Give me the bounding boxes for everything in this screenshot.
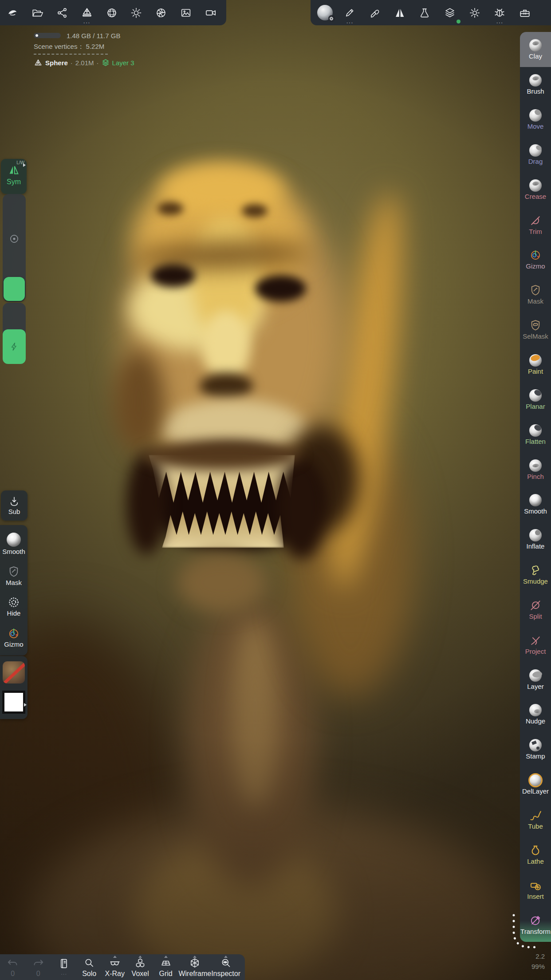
debug-button[interactable]: ··· — [487, 0, 512, 25]
gizmo-tool-icon — [529, 249, 542, 261]
tool-transform[interactable]: Transform — [520, 907, 551, 942]
subdivide-button[interactable]: Sub — [1, 490, 28, 521]
tool-tube[interactable]: Tube — [520, 802, 551, 837]
settings-button[interactable] — [462, 0, 487, 25]
solo-button[interactable]: Solo — [76, 954, 102, 980]
tool-stamp[interactable]: Stamp — [520, 732, 551, 767]
flatten-tool-icon — [529, 424, 542, 437]
app-logo-button[interactable] — [0, 0, 25, 25]
inspector-button[interactable]: Inspector — [211, 954, 240, 980]
hide-dots-icon — [8, 596, 20, 609]
symmetry-toggle[interactable]: L/W Sym — [1, 159, 27, 194]
files-button[interactable] — [25, 0, 50, 25]
smudge-tool-icon — [529, 564, 542, 577]
layers-button[interactable] — [437, 0, 462, 25]
memory-gauge-dot — [35, 34, 38, 37]
intensity-slider[interactable] — [3, 303, 26, 364]
painting-button[interactable] — [362, 0, 387, 25]
voxel-button[interactable]: Voxel — [127, 954, 153, 980]
topology-button[interactable] — [412, 0, 437, 25]
toolbox-button[interactable] — [512, 0, 537, 25]
image-icon — [180, 7, 192, 19]
tool-smudge[interactable]: Smudge — [520, 557, 551, 592]
aperture-icon — [155, 7, 167, 19]
tool-lathe[interactable]: Lathe — [520, 837, 551, 872]
active-layer-name: Layer 3 — [112, 59, 134, 67]
tool-planar[interactable]: Planar — [520, 382, 551, 417]
matcap-button[interactable] — [99, 0, 124, 25]
symmetry-expand-arrow — [23, 163, 26, 167]
clay-tool-icon — [529, 39, 542, 51]
intensity-slider-fill[interactable] — [3, 329, 26, 364]
camera-button[interactable] — [198, 0, 223, 25]
symmetry-button[interactable] — [387, 0, 412, 25]
xray-button[interactable]: X-Ray — [102, 954, 127, 980]
material-button[interactable] — [312, 0, 337, 25]
tool-project[interactable]: Project — [520, 627, 551, 662]
tool-split[interactable]: Split — [520, 592, 551, 627]
pencil-icon — [344, 7, 355, 19]
stroke-button[interactable]: ··· — [337, 0, 362, 25]
tool-inflate[interactable]: Inflate — [520, 522, 551, 557]
undo-button[interactable]: 0 — [0, 954, 25, 980]
xray-glasses-icon — [109, 957, 121, 969]
quick-mask-button[interactable]: Mask — [6, 565, 22, 587]
tool-gizmo[interactable]: Gizmo — [520, 242, 551, 277]
planar-tool-icon — [529, 389, 542, 402]
tool-selmask[interactable]: SelMask — [520, 312, 551, 347]
share-button[interactable] — [50, 0, 75, 25]
gear-icon — [469, 7, 480, 19]
tool-insert[interactable]: Insert — [520, 872, 551, 907]
radius-slider[interactable] — [3, 194, 26, 302]
paint-tool-icon — [529, 354, 542, 367]
symmetry-icon — [7, 163, 20, 177]
quick-gizmo-button[interactable]: Gizmo — [4, 627, 23, 648]
grid-button[interactable]: Grid — [153, 954, 178, 980]
tool-crease[interactable]: Crease — [520, 172, 551, 207]
swatch-expand-arrow — [24, 703, 27, 707]
quick-hide-button[interactable]: Hide — [7, 596, 21, 617]
tool-pinch[interactable]: Pinch — [520, 452, 551, 487]
postprocess-button[interactable] — [149, 0, 173, 25]
symmetry-label: Sym — [7, 178, 21, 186]
left-quick-tools: Smooth Mask Hide Gizmo — [0, 525, 28, 656]
color-swatch[interactable] — [2, 691, 25, 714]
background-image-button[interactable] — [173, 0, 198, 25]
nudge-tool-icon — [529, 704, 542, 716]
solo-magnifier-icon — [83, 957, 95, 969]
app-logo-icon — [7, 7, 18, 19]
lighting-button[interactable] — [124, 0, 149, 25]
tool-flatten[interactable]: Flatten — [520, 417, 551, 452]
tool-move[interactable]: Move — [520, 102, 551, 137]
tool-dellayer[interactable]: DelLayer — [520, 767, 551, 802]
gizmo-axes-icon — [8, 627, 20, 640]
sculpt-viewport[interactable] — [0, 0, 551, 980]
voxel-caret — [138, 956, 142, 958]
transform-tool-icon — [529, 914, 542, 927]
wireframe-caret — [193, 956, 197, 958]
toolbox-icon — [519, 7, 531, 19]
material-thumbnail[interactable] — [3, 661, 25, 684]
tool-clay[interactable]: Clay — [520, 32, 551, 67]
radius-slider-thumb[interactable] — [4, 277, 25, 301]
tool-mask[interactable]: Mask — [520, 277, 551, 312]
tool-layer[interactable]: Layer — [520, 662, 551, 697]
wireframe-button[interactable]: Wireframe — [178, 954, 211, 980]
tool-smooth[interactable]: Smooth — [520, 487, 551, 522]
mesh-icon — [34, 58, 43, 67]
tool-paint[interactable]: Paint — [520, 347, 551, 382]
tool-drag[interactable]: Drag — [520, 137, 551, 172]
redo-button[interactable]: 0 — [25, 954, 51, 980]
smooth-tool-icon — [529, 494, 542, 506]
share-nodes-icon — [56, 7, 68, 19]
project-tool-icon — [529, 634, 542, 647]
video-camera-icon — [205, 7, 216, 19]
tube-tool-icon — [529, 809, 542, 822]
tool-nudge[interactable]: Nudge — [520, 697, 551, 732]
history-button[interactable]: ··· — [51, 954, 76, 980]
scene-button[interactable]: ··· — [75, 0, 99, 25]
quick-smooth-button[interactable]: Smooth — [2, 533, 25, 556]
paint-brush-icon — [369, 7, 381, 19]
tool-brush[interactable]: Brush — [520, 67, 551, 102]
tool-trim[interactable]: Trim — [520, 207, 551, 242]
